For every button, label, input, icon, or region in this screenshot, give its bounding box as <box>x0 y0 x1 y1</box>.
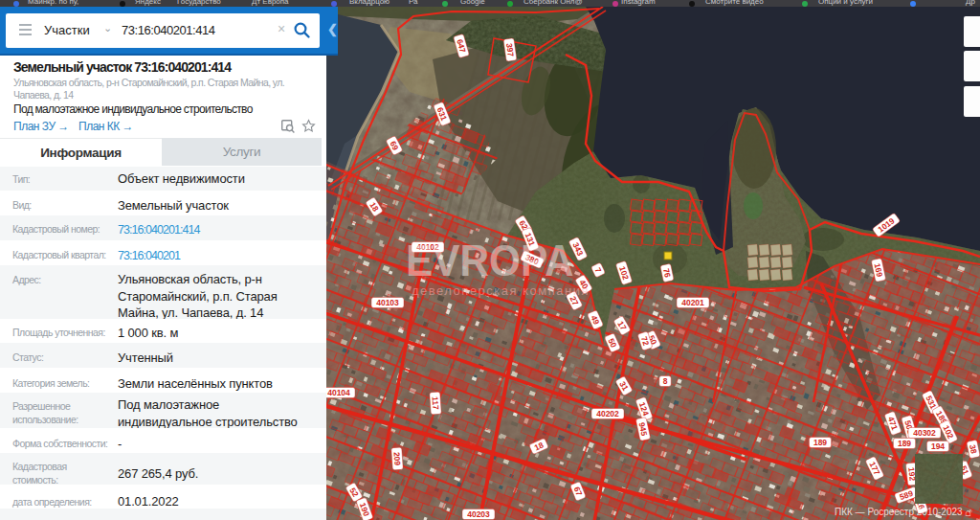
svg-text:40302: 40302 <box>913 428 936 438</box>
svg-text:40203: 40203 <box>467 509 490 519</box>
svg-text:189: 189 <box>813 438 827 447</box>
svg-text:ПКК — Росреестр 2010-2023: ПКК — Росреестр 2010-2023 <box>835 507 963 517</box>
svg-text:девелоперская компания: девелоперская компания <box>412 283 590 298</box>
svg-text:40103: 40103 <box>376 298 399 307</box>
svg-text:209: 209 <box>392 452 403 466</box>
svg-text:EVROPA: EVROPA <box>406 236 574 284</box>
svg-text:⌂: ⌂ <box>965 507 971 518</box>
svg-text:8: 8 <box>663 376 668 386</box>
svg-text:40202: 40202 <box>596 409 619 418</box>
svg-text:189: 189 <box>898 439 911 448</box>
svg-text:397: 397 <box>504 42 516 57</box>
svg-text:117: 117 <box>431 396 441 411</box>
svg-text:194: 194 <box>931 441 945 451</box>
svg-text:40104: 40104 <box>327 388 350 397</box>
svg-text:40201: 40201 <box>681 298 704 307</box>
